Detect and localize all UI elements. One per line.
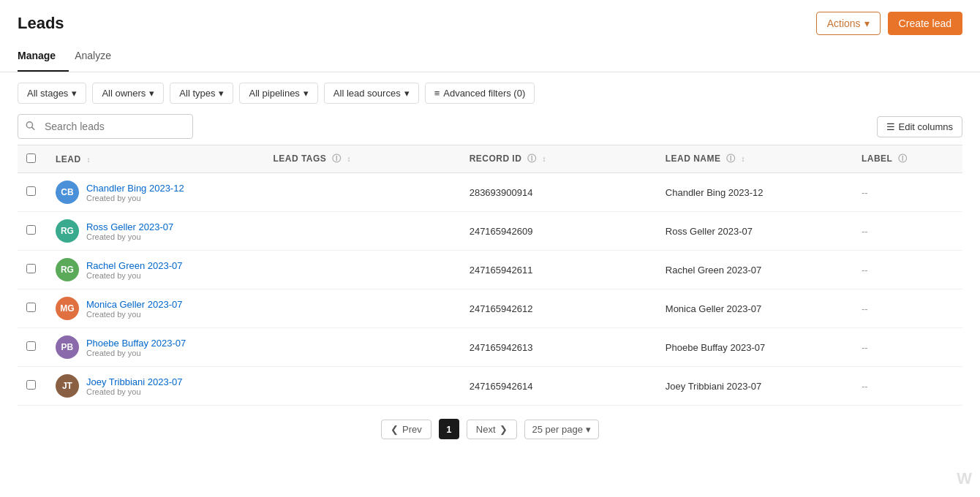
- avatar: RG: [56, 258, 79, 281]
- col-lead-tags-label: LEAD TAGS: [274, 153, 327, 164]
- row-lead-name: Rachel Green 2023-07: [657, 251, 853, 289]
- row-checkbox[interactable]: [26, 225, 36, 235]
- row-label: --: [853, 367, 962, 406]
- row-record-id: 247165942609: [461, 212, 657, 251]
- info-icon: ⓘ: [898, 153, 907, 164]
- edit-columns-label: Edit columns: [899, 121, 953, 132]
- avatar: RG: [56, 219, 79, 243]
- search-icon: [25, 121, 35, 133]
- current-page[interactable]: 1: [439, 419, 459, 439]
- row-checkbox[interactable]: [26, 264, 36, 273]
- per-page-selector[interactable]: 25 per page ▾: [524, 420, 599, 439]
- svg-line-1: [32, 127, 34, 129]
- next-label: Next: [476, 424, 496, 435]
- row-record-id: 247165942613: [461, 328, 657, 367]
- row-checkbox[interactable]: [26, 186, 36, 196]
- tab-analyze[interactable]: Analyze: [75, 41, 124, 72]
- chevron-down-icon: ▾: [304, 88, 309, 99]
- prev-button[interactable]: ❮ Prev: [381, 420, 431, 439]
- lead-sub: Created by you: [86, 271, 183, 280]
- row-checkbox-cell: [18, 173, 47, 212]
- table-row: RG Rachel Green 2023-07 Created by you 2…: [18, 251, 962, 289]
- lead-link[interactable]: Chandler Bing 2023-12: [86, 183, 184, 194]
- row-lead-name: Phoebe Buffay 2023-07: [657, 328, 853, 367]
- actions-button[interactable]: Actions ▾: [816, 12, 881, 35]
- leads-table: LEAD ↕ LEAD TAGS ⓘ ↕ RECORD ID ⓘ ↕ LEAD …: [18, 145, 962, 406]
- page-header: Leads Actions ▾ Create lead: [0, 0, 980, 35]
- row-lead-name: Ross Geller 2023-07: [657, 212, 853, 251]
- filter-owners[interactable]: All owners ▾: [92, 83, 164, 104]
- row-record-id: 247165942614: [461, 367, 657, 406]
- lead-info: Rachel Green 2023-07 Created by you: [86, 260, 183, 280]
- col-lead: LEAD ↕: [47, 145, 265, 173]
- row-lead-name: Joey Tribbiani 2023-07: [657, 367, 853, 406]
- chevron-down-icon: ▾: [404, 88, 410, 99]
- row-lead-cell: MG Monica Geller 2023-07 Created by you: [47, 289, 265, 328]
- row-checkbox-cell: [18, 367, 47, 406]
- filter-types[interactable]: All types ▾: [170, 83, 233, 104]
- lead-info: Ross Geller 2023-07 Created by you: [86, 221, 173, 241]
- row-record-id: 247165942612: [461, 289, 657, 328]
- advanced-filters-button[interactable]: ≡ Advanced filters (0): [425, 83, 535, 104]
- filter-lines-icon: ≡: [434, 88, 440, 99]
- table-row: RG Ross Geller 2023-07 Created by you 24…: [18, 212, 962, 251]
- row-label: --: [853, 173, 962, 212]
- row-lead-cell: RG Ross Geller 2023-07 Created by you: [47, 212, 265, 251]
- row-checkbox-cell: [18, 328, 47, 367]
- sort-icon[interactable]: ↕: [542, 155, 546, 163]
- lead-sub: Created by you: [86, 232, 173, 241]
- next-button[interactable]: Next ❯: [467, 420, 517, 439]
- lead-info: Monica Geller 2023-07 Created by you: [86, 299, 183, 319]
- avatar: CB: [56, 181, 79, 204]
- lead-info: Joey Tribbiani 2023-07 Created by you: [86, 376, 183, 396]
- filter-lead-sources[interactable]: All lead sources ▾: [324, 83, 419, 104]
- row-lead-tags: [265, 251, 461, 289]
- owners-label: All owners: [102, 88, 146, 99]
- row-label: --: [853, 328, 962, 367]
- lead-sub: Created by you: [86, 349, 186, 357]
- row-record-id: 283693900914: [461, 173, 657, 212]
- tab-manage[interactable]: Manage: [18, 41, 69, 72]
- row-checkbox[interactable]: [26, 380, 36, 390]
- lead-link[interactable]: Monica Geller 2023-07: [86, 299, 183, 310]
- col-label-label: LABEL: [862, 153, 892, 164]
- filter-pipelines[interactable]: All pipelines ▾: [239, 83, 317, 104]
- prev-label: Prev: [402, 424, 422, 435]
- lead-sub: Created by you: [86, 310, 183, 319]
- row-lead-cell: CB Chandler Bing 2023-12 Created by you: [47, 173, 265, 212]
- row-record-id: 247165942611: [461, 251, 657, 289]
- chevron-down-icon: ▾: [72, 88, 77, 99]
- sort-icon[interactable]: ↕: [347, 155, 350, 163]
- row-label: --: [853, 251, 962, 289]
- lead-link[interactable]: Rachel Green 2023-07: [86, 260, 183, 271]
- info-icon: ⓘ: [332, 153, 341, 164]
- search-bar-row: ☰ Edit columns: [18, 114, 962, 139]
- advanced-label: Advanced filters (0): [443, 88, 525, 99]
- info-icon: ⓘ: [527, 153, 536, 164]
- select-all-checkbox[interactable]: [26, 153, 36, 163]
- lead-sources-label: All lead sources: [333, 88, 401, 99]
- lead-link[interactable]: Phoebe Buffay 2023-07: [86, 338, 186, 349]
- lead-link[interactable]: Ross Geller 2023-07: [86, 221, 173, 232]
- row-lead-cell: RG Rachel Green 2023-07 Created by you: [47, 251, 265, 289]
- row-lead-tags: [265, 289, 461, 328]
- search-input[interactable]: [18, 114, 193, 139]
- actions-label: Actions: [827, 18, 861, 29]
- row-checkbox[interactable]: [26, 303, 36, 312]
- row-lead-tags: [265, 212, 461, 251]
- sort-icon[interactable]: ↕: [86, 156, 90, 164]
- col-record-id-label: RECORD ID: [470, 153, 522, 164]
- lead-link[interactable]: Joey Tribbiani 2023-07: [86, 376, 183, 387]
- row-lead-tags: [265, 173, 461, 212]
- sort-icon[interactable]: ↕: [742, 155, 745, 163]
- row-checkbox[interactable]: [26, 341, 36, 351]
- edit-columns-button[interactable]: ☰ Edit columns: [877, 116, 962, 137]
- filter-stages[interactable]: All stages ▾: [18, 83, 86, 104]
- chevron-down-icon: ▾: [219, 88, 224, 99]
- chevron-down-icon: ▾: [149, 88, 154, 99]
- avatar: PB: [56, 335, 79, 359]
- table-row: JT Joey Tribbiani 2023-07 Created by you…: [18, 367, 962, 406]
- avatar: JT: [56, 374, 79, 398]
- create-lead-button[interactable]: Create lead: [888, 12, 962, 35]
- col-record-id: RECORD ID ⓘ ↕: [461, 145, 657, 173]
